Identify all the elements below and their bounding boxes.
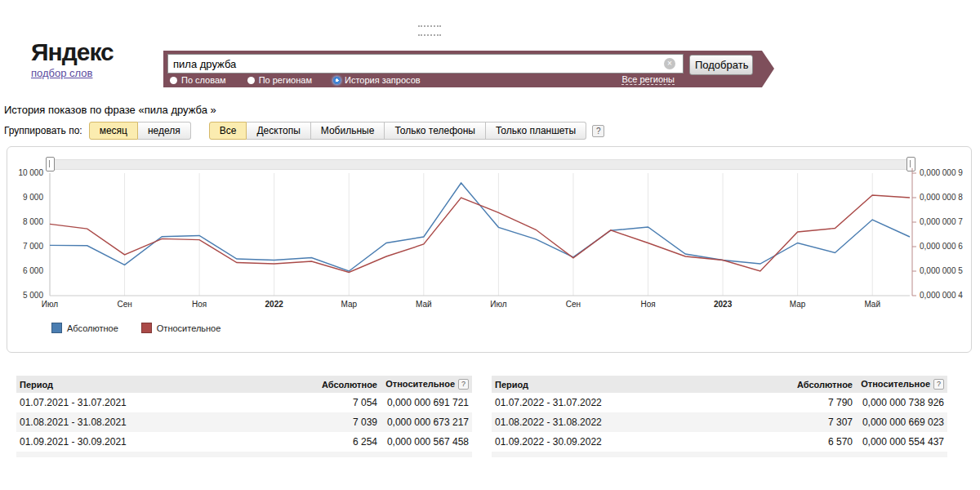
svg-text:0,000 000 9: 0,000 000 9 bbox=[920, 168, 963, 177]
chart-panel: ИюлСенНоя2022МарМайИюлСенНоя2023МарМай10… bbox=[7, 146, 972, 353]
device-tab-2[interactable]: Мобильные bbox=[311, 122, 385, 140]
mode-label: По регионам bbox=[259, 75, 312, 85]
cell: 0,000 000 669 023 bbox=[856, 412, 947, 432]
legend-swatch-icon bbox=[141, 323, 152, 333]
cell: 0,000 000 691 721 bbox=[381, 393, 472, 412]
devices-help-icon[interactable]: ? bbox=[592, 125, 604, 137]
group-by-label: Группировать по: bbox=[4, 125, 82, 136]
radio-dot-icon bbox=[247, 77, 255, 84]
device-tab-1[interactable]: Десктопы bbox=[247, 122, 310, 140]
table-row: 01.07.2022 - 31.07.20227 7900,000 000 73… bbox=[492, 393, 947, 412]
cell: 0,000 000 554 437 bbox=[856, 432, 947, 452]
relative-help-icon[interactable]: ? bbox=[458, 379, 469, 390]
cell: 7 054 bbox=[284, 393, 381, 412]
chart-legend: АбсолютноеОтносительное bbox=[51, 323, 220, 333]
wordstat-page: Яндекс подбор слов Подобрать По словамПо… bbox=[0, 0, 980, 490]
svg-text:Ноя: Ноя bbox=[640, 300, 655, 309]
cell: 6 570 bbox=[760, 432, 856, 452]
history-table-left: ПериодАбсолютноеОтносительное?01.07.2021… bbox=[16, 376, 472, 457]
col-header: Период bbox=[16, 376, 284, 393]
cell: 6 254 bbox=[284, 432, 381, 452]
svg-text:Май: Май bbox=[416, 300, 432, 309]
all-regions-link[interactable]: Все регионы bbox=[621, 74, 675, 85]
mode-radio-0[interactable]: По словам bbox=[170, 75, 226, 85]
mode-radio-2[interactable]: История запросов bbox=[333, 75, 421, 85]
cell: 7 406 bbox=[284, 452, 381, 457]
device-tab-3[interactable]: Только телефоны bbox=[385, 122, 486, 140]
mode-label: По словам bbox=[181, 75, 226, 85]
wordstat-home-link[interactable]: подбор слов bbox=[31, 67, 114, 79]
cell: 0,000 000 632 476 bbox=[381, 452, 472, 457]
legend-item-1: Относительное bbox=[141, 323, 221, 333]
legend-label: Относительное bbox=[157, 323, 221, 333]
table-row: 01.09.2022 - 30.09.20226 5700,000 000 55… bbox=[492, 432, 947, 452]
filter-row: Группировать по: месяцнеделя ВсеДесктопы… bbox=[4, 122, 604, 140]
col-header: Относительное? bbox=[381, 376, 472, 393]
svg-text:5 000: 5 000 bbox=[23, 291, 43, 300]
svg-text:Сен: Сен bbox=[566, 300, 581, 309]
series-line-absolute bbox=[50, 183, 910, 271]
col-header: Абсолютное bbox=[284, 376, 381, 393]
table-row: 01.07.2021 - 31.07.20217 0540,000 000 69… bbox=[16, 393, 472, 412]
cell: 0,000 000 567 458 bbox=[381, 432, 472, 452]
svg-text:7 000: 7 000 bbox=[23, 242, 43, 251]
table-row: 01.08.2022 - 31.08.20227 3070,000 000 66… bbox=[492, 412, 947, 432]
period-tab-0[interactable]: месяц bbox=[89, 122, 138, 140]
svg-text:8 000: 8 000 bbox=[23, 217, 43, 226]
device-tab-0[interactable]: Все bbox=[209, 122, 247, 140]
yandex-logo[interactable]: Яндекс подбор слов bbox=[31, 39, 114, 79]
svg-text:Мар: Мар bbox=[790, 300, 806, 309]
svg-text:6 000: 6 000 bbox=[23, 266, 43, 275]
svg-text:0,000 000 7: 0,000 000 7 bbox=[920, 217, 963, 226]
history-table-right: ПериодАбсолютноеОтносительное?01.07.2022… bbox=[492, 376, 947, 457]
svg-text:0,000 000 4: 0,000 000 4 bbox=[920, 291, 963, 300]
legend-item-0: Абсолютное bbox=[51, 323, 118, 333]
search-modes: По словамПо регионамИстория запросов bbox=[170, 74, 678, 86]
table-row: 01.08.2021 - 31.08.20217 0390,000 000 67… bbox=[16, 412, 472, 432]
period-tabs: месяцнеделя bbox=[89, 122, 191, 140]
cell: 01.10.2021 - 31.10.2021 bbox=[16, 452, 284, 457]
mode-label: История запросов bbox=[345, 75, 421, 85]
svg-text:Июл: Июл bbox=[490, 300, 506, 309]
svg-text:2022: 2022 bbox=[265, 300, 284, 309]
page-title: История показов по фразе «пила дружба » bbox=[4, 104, 216, 116]
device-tab-4[interactable]: Только планшеты bbox=[486, 122, 586, 140]
radio-dot-icon bbox=[333, 77, 341, 84]
col-header: Абсолютное bbox=[760, 376, 856, 393]
cell: 01.08.2021 - 31.08.2021 bbox=[16, 412, 284, 432]
clear-search-icon[interactable] bbox=[664, 58, 675, 69]
cell: 01.09.2021 - 30.09.2021 bbox=[16, 432, 284, 452]
search-banner: Подобрать По словамПо регионамИстория за… bbox=[163, 51, 774, 87]
cell: 7 658 bbox=[760, 452, 856, 457]
svg-text:0,000 000 6: 0,000 000 6 bbox=[920, 242, 963, 251]
cell: 0,000 000 666 842 bbox=[856, 452, 947, 457]
table-row: 01.09.2021 - 30.09.20216 2540,000 000 56… bbox=[16, 432, 472, 452]
col-header: Относительное? bbox=[856, 376, 947, 393]
period-tab-1[interactable]: неделя bbox=[138, 122, 191, 140]
svg-text:2023: 2023 bbox=[714, 300, 733, 309]
svg-text:Сен: Сен bbox=[117, 300, 131, 309]
history-chart: ИюлСенНоя2022МарМайИюлСенНоя2023МарМай10… bbox=[7, 147, 973, 318]
series-line-relative bbox=[50, 195, 910, 273]
cell: 7 039 bbox=[284, 412, 381, 432]
svg-text:Май: Май bbox=[864, 300, 880, 309]
svg-text:Ноя: Ноя bbox=[192, 300, 207, 309]
svg-text:9 000: 9 000 bbox=[23, 193, 43, 202]
cell: 7 307 bbox=[760, 412, 856, 432]
cell: 01.10.2022 - 31.10.2022 bbox=[492, 452, 760, 457]
svg-text:10 000: 10 000 bbox=[18, 168, 43, 177]
cell: 01.07.2022 - 31.07.2022 bbox=[492, 393, 760, 412]
cell: 0,000 000 738 926 bbox=[856, 393, 947, 412]
cell: 7 790 bbox=[760, 393, 856, 412]
legend-label: Абсолютное bbox=[67, 323, 118, 333]
collapse-handle-icon[interactable] bbox=[418, 25, 441, 36]
svg-text:0,000 000 5: 0,000 000 5 bbox=[920, 266, 963, 275]
svg-text:Мар: Мар bbox=[341, 300, 357, 309]
radio-dot-icon bbox=[170, 77, 177, 84]
relative-help-icon[interactable]: ? bbox=[933, 379, 944, 390]
submit-button[interactable]: Подобрать bbox=[689, 55, 753, 75]
cell: 01.07.2021 - 31.07.2021 bbox=[16, 393, 284, 412]
search-input[interactable] bbox=[167, 54, 684, 74]
mode-radio-1[interactable]: По регионам bbox=[247, 75, 312, 85]
svg-text:0,000 000 8: 0,000 000 8 bbox=[920, 193, 963, 202]
